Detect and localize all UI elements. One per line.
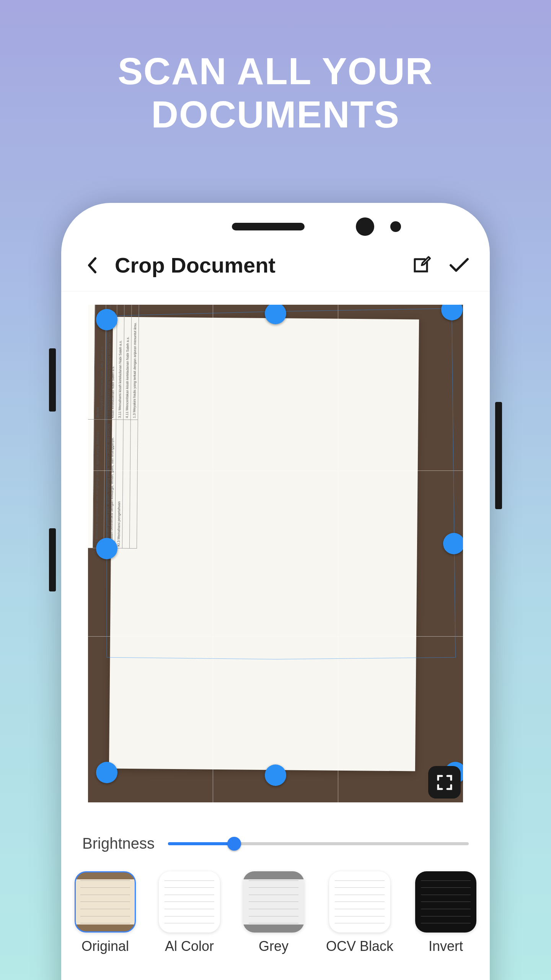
filters-row: OriginalAl ColorGreyOCV BlackInvert — [61, 864, 490, 954]
crop-handle-2[interactable] — [441, 305, 463, 320]
filter-thumb-grey — [243, 871, 304, 933]
confirm-button[interactable] — [448, 254, 471, 277]
phone-power-button — [495, 402, 502, 509]
filter-thumb-al_color — [159, 871, 220, 933]
fullscreen-icon — [437, 774, 453, 791]
doc-table: KOMPETENSI INTI KOMPETENSI DASAR Kriteri… — [88, 305, 141, 549]
back-button[interactable] — [80, 254, 103, 277]
phone-notch — [61, 203, 490, 232]
crop-handle-0[interactable] — [96, 309, 117, 330]
table-row: 1.3 Meyakini hadis yang terkait dengan a… — [129, 305, 140, 549]
hero-headline: SCAN ALL YOUR DOCUMENTS — [0, 0, 551, 136]
crop-viewport[interactable]: PERHITUNGAN KRITERIA KETUNTASAN MINIMUM … — [88, 305, 463, 802]
filter-label-invert: Invert — [429, 938, 463, 954]
fullscreen-button[interactable] — [428, 766, 461, 799]
phone-sensor-icon — [390, 221, 401, 232]
crop-handle-6[interactable] — [96, 762, 117, 783]
page-title: Crop Document — [107, 253, 394, 278]
edit-button[interactable] — [409, 254, 432, 277]
phone-camera-icon — [356, 217, 374, 236]
hero-line-2: DOCUMENTS — [0, 93, 551, 136]
brightness-label: Brightness — [82, 835, 155, 852]
phone-volume-down-button — [49, 528, 56, 591]
filter-label-original: Original — [82, 938, 129, 954]
filter-label-grey: Grey — [259, 938, 289, 954]
filter-thumb-invert — [415, 871, 476, 933]
phone-frame: Crop Document PERHITUNGAN KRITERIA KETUN… — [61, 203, 490, 980]
slider-fill — [168, 842, 234, 845]
brightness-slider[interactable] — [168, 842, 469, 845]
header-divider — [61, 291, 490, 291]
filter-grey[interactable]: Grey — [243, 871, 304, 954]
filter-invert[interactable]: Invert — [415, 871, 476, 954]
edit-icon — [410, 255, 432, 276]
app-header: Crop Document — [61, 232, 490, 291]
filter-ocv_black[interactable]: OCV Black — [327, 871, 392, 954]
brightness-control: Brightness — [61, 816, 490, 864]
filter-thumb-original — [75, 871, 136, 933]
chevron-left-icon — [87, 257, 97, 274]
filter-label-ocv_black: OCV Black — [326, 938, 393, 954]
crop-handle-3[interactable] — [443, 533, 463, 554]
crop-handle-7[interactable] — [96, 538, 117, 559]
filter-label-al_color: Al Color — [165, 938, 214, 954]
filter-al_color[interactable]: Al Color — [159, 871, 220, 954]
scanned-document: PERHITUNGAN KRITERIA KETUNTASAN MINIMUM … — [109, 317, 419, 771]
phone-speaker — [232, 223, 305, 230]
check-icon — [449, 258, 469, 273]
crop-handle-5[interactable] — [265, 764, 286, 786]
filter-thumb-ocv_black — [329, 871, 390, 933]
phone-volume-up-button — [49, 348, 56, 412]
hero-line-1: SCAN ALL YOUR — [0, 50, 551, 93]
slider-thumb[interactable] — [227, 837, 241, 851]
filter-original[interactable]: Original — [75, 871, 136, 954]
